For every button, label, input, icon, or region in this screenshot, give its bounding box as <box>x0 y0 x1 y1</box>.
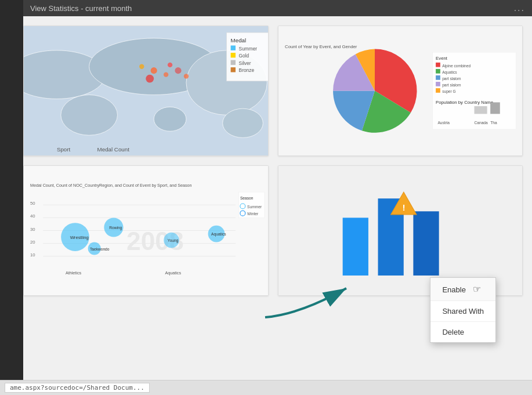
svg-text:Aquatics: Aquatics <box>211 232 226 237</box>
svg-text:Medal: Medal <box>231 37 247 44</box>
svg-rect-31 <box>436 69 440 74</box>
svg-rect-16 <box>231 45 236 50</box>
svg-point-12 <box>175 67 181 74</box>
svg-rect-41 <box>490 102 500 114</box>
svg-text:Medal Count, Count of NOC_Coun: Medal Count, Count of NOC_CountryRegion,… <box>30 183 191 188</box>
svg-text:Count of Year by Event, and Ge: Count of Year by Event, and Gender <box>285 44 357 49</box>
svg-text:Tha: Tha <box>490 121 497 125</box>
svg-rect-20 <box>231 60 236 65</box>
svg-point-5 <box>154 107 186 131</box>
svg-rect-37 <box>436 88 440 93</box>
svg-text:Aquatics: Aquatics <box>165 270 181 276</box>
svg-rect-22 <box>231 67 236 72</box>
svg-text:!: ! <box>402 202 405 212</box>
cursor-pointer-icon: ☞ <box>473 284 481 294</box>
svg-text:10: 10 <box>30 252 35 258</box>
svg-text:Wrestling: Wrestling <box>70 235 89 240</box>
svg-text:part slalom: part slalom <box>442 77 461 81</box>
card-grid: Medal Summer Gold Silver Bronze Sport Me… <box>23 26 532 305</box>
svg-text:Bronze: Bronze <box>239 67 255 73</box>
svg-point-9 <box>146 75 154 83</box>
svg-text:Winter: Winter <box>247 212 259 216</box>
svg-text:Silver: Silver <box>239 60 251 66</box>
svg-text:50: 50 <box>30 201 35 206</box>
svg-point-8 <box>164 72 168 77</box>
status-bar-url: ame.aspx?sourcedoc=/Shared Docum... <box>5 383 150 393</box>
svg-text:Sport: Sport <box>57 146 71 153</box>
svg-text:Young: Young <box>168 238 179 243</box>
arrow-indicator <box>254 277 381 325</box>
svg-point-11 <box>168 63 172 67</box>
svg-text:part slalom: part slalom <box>442 83 461 88</box>
svg-point-10 <box>139 64 144 69</box>
svg-text:Season: Season <box>240 196 254 200</box>
svg-text:Summer: Summer <box>239 46 258 52</box>
svg-point-7 <box>151 67 157 74</box>
svg-text:Population by Country Name: Population by Country Name <box>436 100 493 105</box>
context-menu: Enable ☞ Shared With Delete <box>430 277 496 343</box>
svg-text:Summer: Summer <box>247 205 262 209</box>
card-2-footer: Oly_T5_vP Anna I | Aug 3 2013 ··· <box>278 155 523 156</box>
svg-rect-40 <box>474 106 487 114</box>
svg-point-4 <box>61 95 118 135</box>
context-menu-delete[interactable]: Delete <box>430 322 495 342</box>
svg-text:Gold: Gold <box>239 53 249 59</box>
svg-text:Canada: Canada <box>474 121 488 125</box>
svg-text:20: 20 <box>30 240 35 245</box>
card-1-footer: Oly_T5_vM Anna I | Aug 3 2013 ··· <box>24 155 268 156</box>
svg-point-6 <box>223 108 263 137</box>
left-sidebar <box>0 0 23 395</box>
card-4-thumbnail: ! <box>278 166 523 295</box>
svg-text:Aquatics: Aquatics <box>442 70 457 75</box>
svg-text:Medal Count: Medal Count <box>97 146 130 153</box>
svg-rect-35 <box>436 82 440 86</box>
card-oly-t5-vm[interactable]: Medal Summer Gold Silver Bronze Sport Me… <box>23 26 269 156</box>
svg-text:30: 30 <box>30 227 35 232</box>
svg-rect-33 <box>436 75 440 80</box>
card-oly-t5-vp[interactable]: Count of Year by Event, and Gender Event <box>278 26 523 156</box>
top-bar-title: View Statistics - current month <box>30 4 132 13</box>
svg-point-13 <box>184 74 189 78</box>
status-bar: ame.aspx?sourcedoc=/Shared Docum... <box>0 380 532 395</box>
card-3-footer: Olympics_T6_V11-bbl Anna I | Aug 3 2013 … <box>24 295 268 296</box>
svg-text:Rowing: Rowing <box>109 226 122 230</box>
context-menu-enable[interactable]: Enable ☞ <box>430 278 495 301</box>
top-bar-menu-button[interactable]: ... <box>514 3 525 13</box>
svg-text:Taekwondo: Taekwondo <box>90 247 110 251</box>
card-olympics-t6[interactable]: Medal Count, Count of NOC_CountryRegion,… <box>23 165 269 296</box>
svg-text:40: 40 <box>30 213 35 219</box>
card-1-thumbnail: Medal Summer Gold Silver Bronze Sport Me… <box>24 26 268 155</box>
card-2-thumbnail: Count of Year by Event, and Gender Event <box>278 26 523 155</box>
top-bar: View Statistics - current month ... <box>23 0 532 16</box>
context-menu-shared-with[interactable]: Shared With <box>430 301 495 322</box>
svg-text:Athletics: Athletics <box>66 270 82 276</box>
svg-text:Austria: Austria <box>437 121 450 125</box>
svg-text:Event: Event <box>436 56 448 61</box>
svg-rect-78 <box>413 211 439 276</box>
svg-rect-18 <box>231 53 236 57</box>
svg-text:Alpine combined: Alpine combined <box>442 64 471 68</box>
svg-text:super G: super G <box>442 89 456 94</box>
svg-rect-29 <box>436 63 440 67</box>
card-3-thumbnail: Medal Count, Count of NOC_CountryRegion,… <box>24 166 268 295</box>
svg-rect-76 <box>342 218 368 276</box>
